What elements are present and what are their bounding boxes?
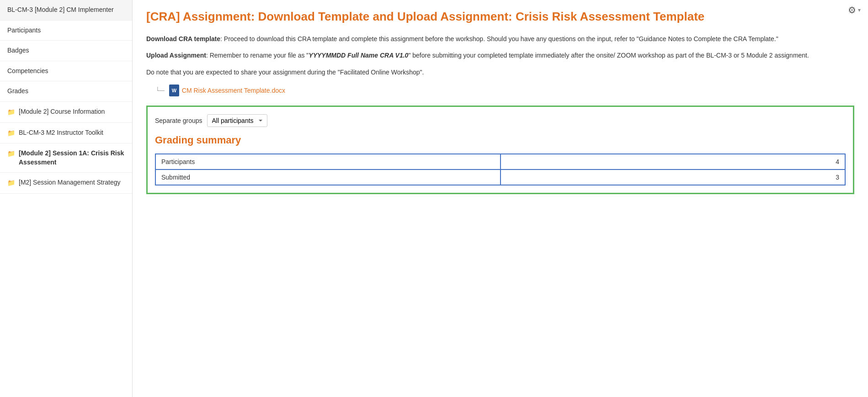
para1-label: Download CRA template <box>146 35 220 42</box>
sidebar-item-badges[interactable]: Badges <box>0 41 132 61</box>
sidebar-item-module2-session1a[interactable]: 📁[Module 2] Session 1A: Crisis Risk Asse… <box>0 143 132 173</box>
file-attachment[interactable]: └─ W CM Risk Assessment Template.docx <box>155 85 854 96</box>
sidebar-item-label: Competencies <box>7 67 125 76</box>
grading-box: Separate groups All participantsGroup 1G… <box>146 106 854 194</box>
main-content: ⚙ ▾ [CRA] Assignment: Download Template … <box>133 0 868 397</box>
attachment-filename[interactable]: CM Risk Assessment Template.docx <box>182 87 285 94</box>
table-row: Participants4 <box>155 154 845 169</box>
sidebar-item-grades[interactable]: Grades <box>0 81 132 102</box>
sidebar: BL-CM-3 [Module 2] CM ImplementerPartici… <box>0 0 133 397</box>
sidebar-item-label: BL-CM-3 [Module 2] CM Implementer <box>7 5 125 15</box>
grading-summary-title: Grading summary <box>155 134 846 146</box>
settings-button[interactable]: ⚙ ▾ <box>848 5 861 16</box>
folder-icon: 📁 <box>7 179 15 188</box>
gear-icon: ⚙ <box>848 5 856 16</box>
page-title: [CRA] Assignment: Download Template and … <box>146 9 854 25</box>
sidebar-item-label: [Module 2] Session 1A: Crisis Risk Asses… <box>19 149 125 167</box>
sidebar-item-label: [Module 2] Course Information <box>19 107 125 116</box>
description-para1: Download CRA template: Proceed to downlo… <box>146 34 854 44</box>
sidebar-item-label: BL-CM-3 M2 Instructor Toolkit <box>19 128 125 138</box>
dropdown-arrow-icon: ▾ <box>858 7 861 13</box>
sidebar-item-label: Participants <box>7 26 125 35</box>
folder-icon: 📁 <box>7 108 15 117</box>
sidebar-item-module2-course-info[interactable]: 📁[Module 2] Course Information <box>0 102 132 123</box>
sidebar-item-blcm3-toolkit[interactable]: 📁BL-CM-3 M2 Instructor Toolkit <box>0 123 132 144</box>
sidebar-item-label: [M2] Session Management Strategy <box>19 178 125 187</box>
folder-icon: 📁 <box>7 129 15 138</box>
sidebar-item-participants[interactable]: Participants <box>0 21 132 41</box>
para2-text2: " before submitting your completed templ… <box>408 52 809 59</box>
sidebar-item-competencies[interactable]: Competencies <box>0 61 132 82</box>
sidebar-item-label: Grades <box>7 87 125 96</box>
sidebar-item-label: Badges <box>7 46 125 55</box>
row-value: 3 <box>501 169 846 185</box>
folder-icon: 📁 <box>7 149 15 159</box>
para1-text: : Proceed to download this CRA template … <box>220 35 778 42</box>
word-icon: W <box>169 85 179 96</box>
summary-table: Participants4Submitted3 <box>155 154 846 185</box>
description-para2: Upload Assignment: Remember to rename yo… <box>146 50 854 60</box>
para2-colon: : Remember to rename your file as " <box>206 52 309 59</box>
groups-select[interactable]: All participantsGroup 1Group 2 <box>207 114 267 127</box>
row-value: 4 <box>501 154 846 169</box>
sidebar-item-course-title[interactable]: BL-CM-3 [Module 2] CM Implementer <box>0 0 132 21</box>
para2-label: Upload Assignment <box>146 52 206 59</box>
row-label: Participants <box>155 154 501 169</box>
groups-row: Separate groups All participantsGroup 1G… <box>155 114 846 127</box>
row-label: Submitted <box>155 169 501 185</box>
groups-label: Separate groups <box>155 117 202 124</box>
sidebar-item-m2-session-management[interactable]: 📁[M2] Session Management Strategy <box>0 173 132 194</box>
para2-italic: YYYYMMDD Full Name CRA V1.0 <box>309 52 408 59</box>
table-row: Submitted3 <box>155 169 845 185</box>
attach-line-icon: └─ <box>155 87 165 94</box>
description-para3: Do note that you are expected to share y… <box>146 67 854 77</box>
